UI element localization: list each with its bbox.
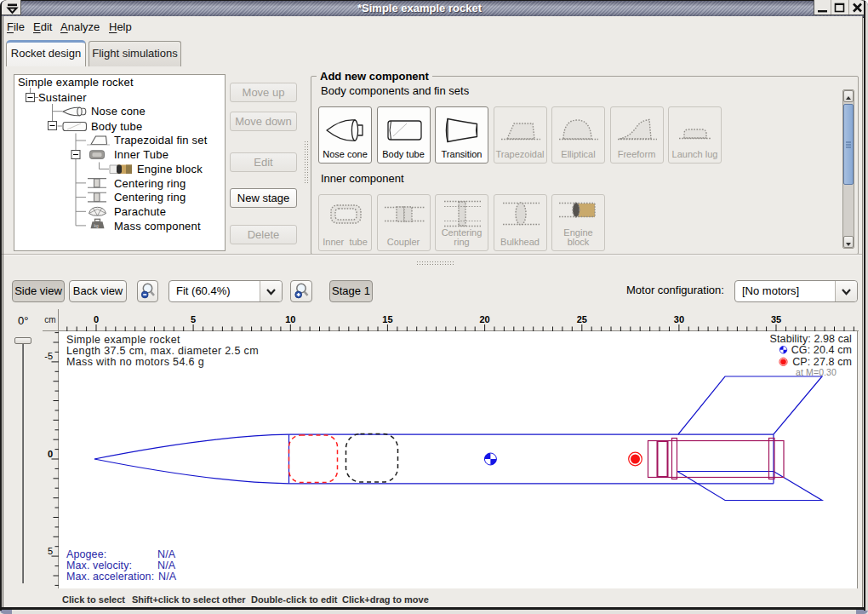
svg-text:at M=0.30: at M=0.30 [796, 367, 837, 377]
svg-text:CG: 20.4 cm: CG: 20.4 cm [791, 344, 852, 356]
svg-text:Max. velocity:: Max. velocity: [66, 559, 132, 571]
svg-text:Mass with no motors 54.6 g: Mass with no motors 54.6 g [66, 356, 204, 368]
svg-text:10: 10 [285, 314, 295, 324]
svg-text:15: 15 [382, 314, 392, 324]
svg-text:20: 20 [479, 314, 489, 324]
svg-text:Inner Tube: Inner Tube [114, 148, 168, 161]
svg-text:Stability: 2.98 cal: Stability: 2.98 cal [770, 333, 852, 345]
svg-text:30: 30 [674, 314, 684, 324]
svg-text:N/A: N/A [158, 571, 177, 582]
svg-text:0: 0 [48, 449, 53, 459]
svg-text:5: 5 [191, 314, 196, 324]
svg-text:Body tube: Body tube [91, 120, 142, 133]
svg-text:Trapezoidal fin set: Trapezoidal fin set [114, 134, 208, 146]
svg-text:Parachute: Parachute [114, 205, 166, 218]
svg-text:-5: -5 [44, 351, 53, 361]
svg-text:25: 25 [577, 314, 587, 324]
svg-text:Centering ring: Centering ring [114, 191, 186, 204]
svg-text:N/A: N/A [157, 559, 176, 571]
svg-text:CP: 27.8 cm: CP: 27.8 cm [792, 356, 852, 368]
svg-text:35: 35 [771, 314, 781, 324]
svg-text:N/A: N/A [157, 548, 176, 560]
svg-text:Length 37.5 cm, max. diameter: Length 37.5 cm, max. diameter 2.5 cm [66, 345, 259, 357]
svg-text:Centering ring: Centering ring [114, 177, 186, 190]
svg-text:Max. acceleration:: Max. acceleration: [66, 571, 154, 582]
svg-text:Simple example rocket: Simple example rocket [18, 76, 134, 89]
svg-text:Simple example rocket: Simple example rocket [66, 334, 180, 346]
svg-text:Engine block: Engine block [137, 163, 203, 175]
svg-text:0: 0 [94, 314, 99, 324]
svg-text:Mass component: Mass component [114, 220, 201, 232]
svg-text:5: 5 [48, 546, 53, 556]
svg-text:Sustainer: Sustainer [38, 91, 87, 104]
svg-text:Nose cone: Nose cone [91, 105, 146, 118]
svg-text:kg: kg [94, 223, 100, 228]
svg-text:Apogee:: Apogee: [66, 548, 106, 560]
